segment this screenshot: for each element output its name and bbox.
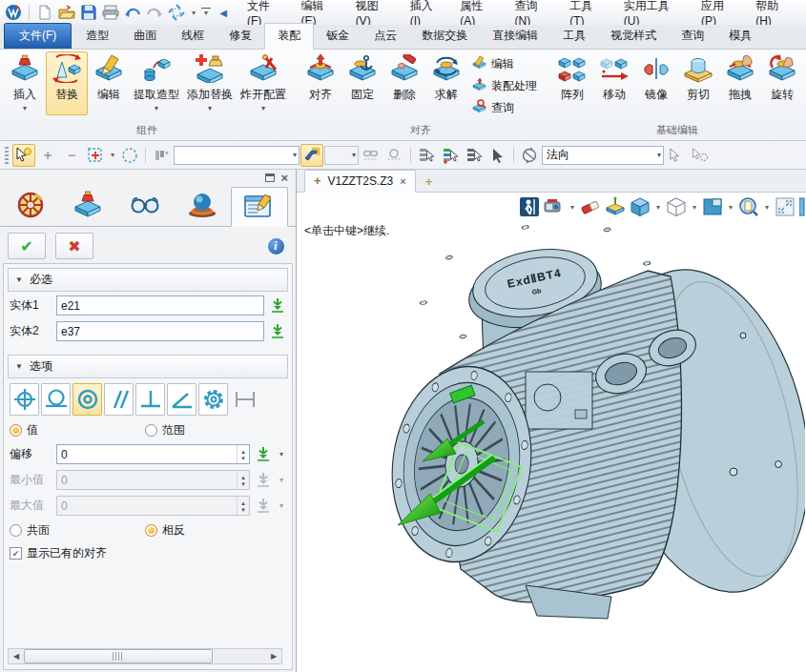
align-button[interactable]: 对齐 — [300, 51, 341, 115]
pick-lasso-button[interactable] — [118, 144, 141, 167]
offset-options-caret[interactable]: ▾ — [277, 450, 286, 458]
pick-list-color-button[interactable] — [439, 144, 462, 167]
document-tab-close-icon[interactable]: × — [400, 175, 405, 187]
angle-constraint-button[interactable] — [167, 383, 196, 416]
motor-3d-model[interactable]: ExdⅡBT4 Gb — [297, 193, 805, 649]
offset-pick-button[interactable] — [255, 446, 272, 463]
mirror-button[interactable]: 镜像 — [635, 51, 677, 115]
ribbon-tab-mold[interactable]: 模具 — [716, 24, 764, 49]
range-radio[interactable]: 范围 — [145, 422, 280, 438]
pick-cursor-button[interactable] — [665, 144, 688, 167]
tab-render[interactable] — [174, 186, 231, 226]
direction-combobox[interactable]: ▾ — [542, 146, 664, 165]
add-pick-button[interactable]: + — [36, 144, 59, 167]
parallel-constraint-button[interactable] — [104, 383, 134, 416]
offset-input[interactable] — [57, 445, 237, 463]
scroll-left-button[interactable]: ◀ — [9, 652, 24, 661]
value-radio[interactable]: 值 — [10, 422, 145, 438]
extract-shape-button[interactable]: 提取造型▾ — [130, 51, 183, 115]
drag-button[interactable]: 拖拽 — [719, 51, 761, 115]
entity1-pick-button[interactable] — [269, 297, 286, 315]
pick-window-button[interactable] — [84, 144, 107, 167]
offset-spinner[interactable]: ▴▾ — [237, 445, 249, 463]
remove-pick-button[interactable]: − — [60, 144, 83, 167]
coplanar-radio[interactable]: 共面 — [10, 522, 145, 539]
perpendicular-constraint-button[interactable] — [135, 383, 165, 416]
new-document-tab-button[interactable]: + — [416, 172, 443, 192]
edit-component-button[interactable]: 编辑 — [88, 51, 130, 115]
loop-pick-button[interactable] — [383, 144, 406, 167]
info-button[interactable]: i — [263, 234, 288, 258]
filter-combobox-caret[interactable]: ▾ — [293, 151, 297, 159]
filter-combobox-input[interactable] — [175, 147, 299, 164]
list-combobox-caret[interactable]: ▾ — [352, 151, 356, 159]
rotate-button[interactable]: 旋转 — [761, 51, 803, 115]
save-button[interactable] — [79, 3, 98, 22]
ribbon-tab-shape[interactable]: 造型 — [73, 24, 121, 49]
concentric-constraint-button[interactable] — [72, 383, 102, 416]
tangent-constraint-button[interactable] — [41, 383, 71, 416]
cut-button[interactable]: 剪切 — [677, 51, 719, 115]
collapse-toolbar-button[interactable]: ◀ — [214, 3, 233, 22]
undo-button[interactable] — [123, 3, 142, 22]
customize-toolbar-caret[interactable]: ▾ — [201, 8, 211, 17]
smart-pick-button[interactable] — [12, 144, 35, 167]
tab-visibility[interactable] — [116, 186, 174, 226]
ok-button[interactable]: ✔ — [8, 233, 46, 259]
show-existing-checkbox[interactable]: ✔ 显示已有的对齐 — [10, 545, 107, 561]
pick-settings-button[interactable] — [689, 144, 712, 167]
ribbon-tab-sheetmetal[interactable]: 钣金 — [314, 24, 362, 49]
chain-pick-button[interactable] — [360, 144, 382, 167]
ribbon-tab-wireframe[interactable]: 线框 — [169, 24, 217, 49]
direction-flip-button[interactable] — [518, 144, 541, 167]
scroll-right-button[interactable]: ▶ — [266, 652, 281, 661]
assembly-process-button[interactable]: 装配处理 — [469, 76, 540, 96]
scrollbar-track[interactable] — [24, 649, 266, 663]
ribbon-tab-visualstyle[interactable]: 视觉样式 — [598, 24, 669, 49]
tab-assembly[interactable] — [59, 186, 116, 226]
options-section-header[interactable]: ▼ 选项 — [8, 355, 288, 378]
direction-combobox-caret[interactable]: ▾ — [657, 151, 661, 159]
move-button[interactable]: 移动 — [593, 51, 635, 115]
inquire-align-button[interactable]: 查询 — [469, 98, 540, 118]
required-section-header[interactable]: ▼ 必选 — [8, 268, 288, 292]
ribbon-file-tab[interactable]: 文件(F) — [4, 23, 72, 49]
ribbon-tab-tools[interactable]: 工具 — [550, 24, 598, 49]
filter-combobox[interactable]: ▾ — [174, 146, 300, 165]
ribbon-tab-inquire[interactable]: 查询 — [669, 24, 716, 49]
solve-button[interactable]: 求解 — [425, 51, 467, 115]
pick-target-button[interactable] — [167, 3, 186, 22]
tab-input-form[interactable] — [231, 187, 288, 227]
entity2-input[interactable] — [57, 322, 263, 340]
pattern-button[interactable]: 阵列 — [551, 51, 593, 115]
target-dropdown-caret[interactable]: ▾ — [189, 9, 198, 17]
new-file-button[interactable] — [35, 3, 54, 22]
ribbon-tab-assembly[interactable]: 装配 — [264, 23, 314, 50]
cancel-button[interactable]: ✖ — [55, 233, 93, 259]
replace-component-button[interactable]: 替换 — [46, 51, 88, 115]
document-tab[interactable]: + V1ZZT2S.Z3 × — [304, 170, 416, 193]
ribbon-tab-repair[interactable]: 修复 — [217, 24, 264, 49]
panel-horizontal-scrollbar[interactable]: ◀ ▶ — [8, 648, 282, 664]
add-replace-button[interactable]: 添加替换▾ — [183, 51, 237, 115]
fix-button[interactable]: 固定 — [341, 51, 383, 115]
escape-button[interactable] — [300, 144, 323, 167]
entity2-pick-button[interactable] — [269, 323, 286, 340]
panel-restore-button[interactable] — [265, 173, 275, 182]
entity1-input[interactable] — [57, 296, 263, 315]
pick-filter-button[interactable] — [150, 144, 173, 167]
redo-button[interactable] — [145, 3, 164, 22]
tab-manager[interactable] — [2, 186, 59, 226]
pick-last-button[interactable] — [486, 144, 509, 167]
explode-config-button[interactable]: 炸开配置▾ — [237, 51, 290, 115]
insert-component-button[interactable]: 插入▾ — [4, 51, 46, 115]
print-button[interactable] — [101, 3, 120, 22]
edit-align-button[interactable]: 编辑 — [469, 54, 540, 74]
ribbon-tab-pointcloud[interactable]: 点云 — [362, 24, 409, 49]
pick-list-all-button[interactable] — [463, 144, 486, 167]
distance-constraint-button[interactable] — [230, 383, 259, 416]
opposite-radio[interactable]: 相反 — [145, 522, 280, 539]
list-combobox[interactable]: ▾ — [324, 146, 359, 165]
toolbar-grip-handle[interactable] — [5, 147, 9, 164]
gear-constraint-button[interactable] — [198, 383, 228, 416]
